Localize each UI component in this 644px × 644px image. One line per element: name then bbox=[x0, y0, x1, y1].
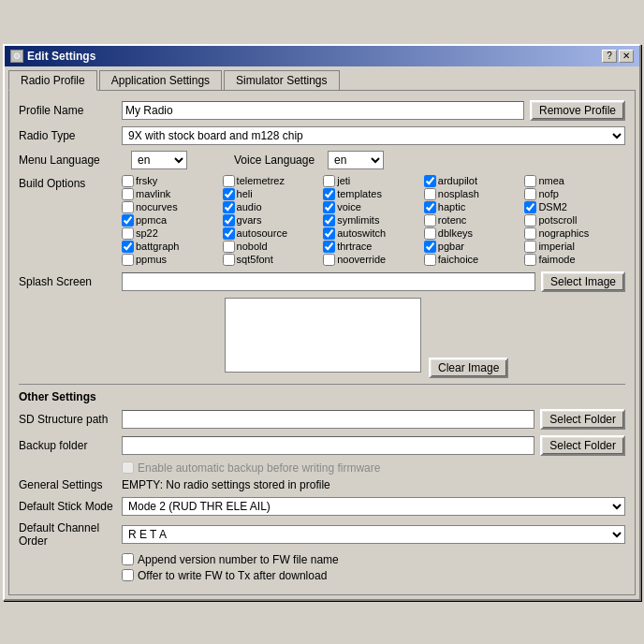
frsky-checkbox[interactable] bbox=[122, 175, 134, 187]
splash-preview-area: Clear Image bbox=[19, 298, 625, 378]
tab-application-settings[interactable]: Application Settings bbox=[99, 70, 222, 90]
tab-simulator-settings[interactable]: Simulator Settings bbox=[224, 70, 339, 90]
templates-checkbox[interactable] bbox=[323, 188, 335, 200]
checkbox-jeti: jeti bbox=[323, 175, 424, 187]
checkbox-nocurves: nocurves bbox=[122, 201, 223, 213]
sqt5font-checkbox[interactable] bbox=[223, 254, 235, 266]
splash-screen-row: Splash Screen Select Image bbox=[19, 271, 625, 292]
nooverride-checkbox[interactable] bbox=[323, 254, 335, 266]
backup-folder-input[interactable] bbox=[122, 436, 534, 455]
pgbar-checkbox[interactable] bbox=[424, 241, 436, 253]
backup-label: Backup folder bbox=[19, 439, 122, 452]
checkbox-dsm2: DSM2 bbox=[524, 201, 625, 213]
checkbox-telemetrez: telemetrez bbox=[223, 175, 324, 187]
telemetrez-checkbox[interactable] bbox=[223, 175, 235, 187]
stick-mode-select[interactable]: Mode 2 (RUD THR ELE AIL) bbox=[122, 497, 625, 516]
checkbox-mavlink: mavlink bbox=[122, 188, 223, 200]
autoswitch-checkbox[interactable] bbox=[323, 227, 335, 240]
heli-checkbox[interactable] bbox=[223, 188, 235, 200]
faimode-checkbox[interactable] bbox=[524, 254, 536, 266]
audio-checkbox[interactable] bbox=[223, 201, 235, 213]
thrtrace-checkbox[interactable] bbox=[323, 241, 335, 253]
ardupilot-checkbox[interactable] bbox=[424, 175, 436, 187]
nocurves-checkbox[interactable] bbox=[122, 201, 134, 213]
menu-lang-select[interactable]: en bbox=[131, 151, 187, 169]
menu-lang-label: Menu Language bbox=[19, 154, 122, 167]
clear-image-button[interactable]: Clear Image bbox=[429, 358, 508, 378]
title-bar: ⚙ Edit Settings ? ✕ bbox=[5, 46, 639, 66]
channel-order-row: Default Channel Order R E T A bbox=[19, 521, 625, 548]
voice-checkbox[interactable] bbox=[323, 201, 335, 213]
faichoice-checkbox[interactable] bbox=[424, 254, 436, 266]
offer-write-checkbox[interactable] bbox=[122, 569, 134, 581]
checkbox-autosource: autosource bbox=[223, 227, 324, 240]
general-settings-value: EMPTY: No radio settings stored in profi… bbox=[122, 478, 330, 491]
checkbox-haptic: haptic bbox=[424, 201, 525, 213]
sd-path-input[interactable] bbox=[122, 410, 534, 429]
checkbox-autoswitch: autoswitch bbox=[323, 227, 424, 240]
checkbox-nographics: nographics bbox=[524, 227, 625, 240]
nosplash-checkbox[interactable] bbox=[424, 188, 436, 200]
haptic-checkbox[interactable] bbox=[424, 201, 436, 213]
checkbox-heli: heli bbox=[223, 188, 324, 200]
profile-name-label: Profile Name bbox=[19, 104, 122, 117]
gvars-checkbox[interactable] bbox=[223, 214, 235, 227]
main-window: ⚙ Edit Settings ? ✕ Radio Profile Applic… bbox=[3, 44, 641, 601]
sd-select-folder-button[interactable]: Select Folder bbox=[540, 409, 625, 430]
ppmca-checkbox[interactable] bbox=[122, 214, 134, 227]
help-button[interactable]: ? bbox=[602, 50, 617, 63]
checkbox-nooverride: nooverride bbox=[323, 254, 424, 266]
checkbox-faichoice: faichoice bbox=[424, 254, 525, 266]
autosource-checkbox[interactable] bbox=[223, 227, 235, 240]
jeti-checkbox[interactable] bbox=[323, 175, 335, 187]
checkbox-gvars: gvars bbox=[223, 214, 324, 227]
battgraph-checkbox[interactable] bbox=[122, 241, 134, 253]
nofp-checkbox[interactable] bbox=[524, 188, 536, 200]
splash-path-input[interactable] bbox=[122, 272, 535, 291]
symlimits-checkbox[interactable] bbox=[323, 214, 335, 227]
rotenc-checkbox[interactable] bbox=[424, 214, 436, 227]
profile-name-input[interactable] bbox=[122, 101, 524, 120]
potscroll-checkbox[interactable] bbox=[524, 214, 536, 227]
sd-label: SD Structure path bbox=[19, 413, 122, 426]
nobold-checkbox[interactable] bbox=[223, 241, 235, 253]
content-area: Profile Name Remove Profile Radio Type 9… bbox=[8, 90, 636, 595]
remove-profile-button[interactable]: Remove Profile bbox=[530, 100, 625, 121]
sp22-checkbox[interactable] bbox=[122, 227, 134, 240]
title-buttons: ? ✕ bbox=[602, 50, 634, 63]
checkbox-faimode: faimode bbox=[524, 254, 625, 266]
channel-order-label: Default Channel Order bbox=[19, 521, 122, 548]
sd-path-row: SD Structure path Select Folder bbox=[19, 409, 625, 430]
ppmus-checkbox[interactable] bbox=[122, 254, 134, 266]
dsm2-checkbox[interactable] bbox=[524, 201, 536, 213]
auto-backup-checkbox[interactable] bbox=[122, 461, 134, 474]
checkbox-templates: templates bbox=[323, 188, 424, 200]
channel-order-select[interactable]: R E T A bbox=[122, 525, 625, 544]
checkbox-audio: audio bbox=[223, 201, 324, 213]
checkbox-dblkeys: dblkeys bbox=[424, 227, 525, 240]
nmea-checkbox[interactable] bbox=[524, 175, 536, 187]
voice-lang-select[interactable]: en bbox=[328, 151, 384, 169]
radio-type-select[interactable]: 9X with stock board and m128 chip bbox=[122, 126, 625, 145]
checkbox-sp22: sp22 bbox=[122, 227, 223, 240]
radio-type-row: Radio Type 9X with stock board and m128 … bbox=[19, 126, 625, 145]
nographics-checkbox[interactable] bbox=[524, 227, 536, 240]
checkbox-imperial: imperial bbox=[524, 241, 625, 253]
checkbox-battgraph: battgraph bbox=[122, 241, 223, 253]
stick-mode-row: Default Stick Mode Mode 2 (RUD THR ELE A… bbox=[19, 497, 625, 516]
other-settings-title: Other Settings bbox=[19, 390, 625, 403]
dblkeys-checkbox[interactable] bbox=[424, 227, 436, 240]
checkbox-thrtrace: thrtrace bbox=[323, 241, 424, 253]
imperial-checkbox[interactable] bbox=[524, 241, 536, 253]
append-version-checkbox[interactable] bbox=[122, 553, 134, 565]
auto-backup-label: Enable automatic backup before writing f… bbox=[138, 461, 380, 475]
checkbox-rotenc: rotenc bbox=[424, 214, 525, 227]
mavlink-checkbox[interactable] bbox=[122, 188, 134, 200]
select-image-button[interactable]: Select Image bbox=[541, 271, 625, 292]
checkbox-nmea: nmea bbox=[524, 175, 625, 187]
tab-radio-profile[interactable]: Radio Profile bbox=[8, 70, 97, 91]
close-button[interactable]: ✕ bbox=[619, 50, 634, 63]
checkbox-pgbar: pgbar bbox=[424, 241, 525, 253]
backup-select-folder-button[interactable]: Select Folder bbox=[540, 435, 625, 456]
offer-write-row: Offer to write FW to Tx after download bbox=[122, 569, 625, 582]
